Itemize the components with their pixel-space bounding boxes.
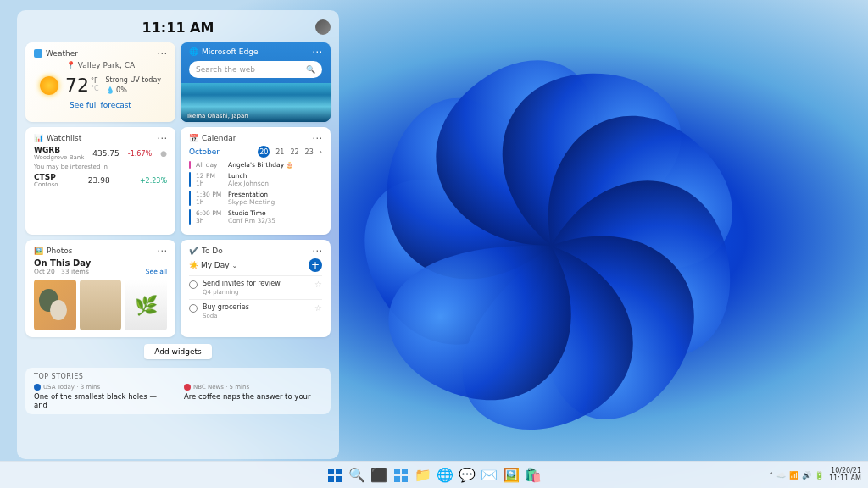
weather-widget[interactable]: Weather ⋯ 📍Valley Park, CA 72 °F°C Stron… [25,42,175,122]
photo-thumbnail[interactable] [80,280,122,330]
news-item[interactable]: NBC News · 5 mins Are coffee naps the an… [184,384,322,409]
weather-icon [34,49,42,58]
weather-location: 📍Valley Park, CA [34,61,167,69]
news-headline: Are coffee naps the answer to your [184,392,322,401]
info-icon[interactable]: ● [160,149,167,158]
top-stories-title: TOP STORIES [34,373,322,380]
edge-image-caption: Ikema Ohashi, Japan [187,113,248,119]
svg-rect-4 [336,476,342,482]
calendar-day[interactable]: 22 [290,148,298,156]
calendar-widget[interactable]: 📅Calendar ⋯ October 20 21 22 23 › All da… [181,127,331,235]
photos-more-button[interactable]: ⋯ [157,248,167,253]
location-pin-icon: 📍 [66,61,75,69]
photo-thumbnail[interactable] [34,280,76,330]
taskbar-clock[interactable]: 10/20/21 11:11 AM [829,468,861,483]
volume-icon[interactable]: 🔊 [802,471,811,480]
todo-item[interactable]: Buy groceriesSoda ☆ [189,299,322,323]
top-stories-section: TOP STORIES USA Today · 3 mins One of th… [25,368,331,414]
todo-checkbox[interactable] [189,304,198,313]
watchlist-row[interactable]: WGRBWoodgrove Bank 435.75 -1.67% ● [34,146,167,161]
photos-title: Photos [47,247,72,255]
weather-more-button[interactable]: ⋯ [157,51,167,56]
calendar-day-selected[interactable]: 20 [258,146,270,158]
teams-button[interactable]: 💬 [458,466,476,485]
wifi-icon[interactable]: 📶 [789,471,798,480]
svg-rect-5 [394,469,400,474]
calendar-event[interactable]: 1:30 PM1hPresentationSkype Meeting [189,191,322,206]
sun-icon [40,76,58,95]
svg-rect-8 [402,476,408,482]
widgets-clock: 11:11 AM [142,19,214,36]
chevron-right-icon[interactable]: › [320,148,322,156]
watchlist-row[interactable]: CTSPContoso 23.98 +2.23% [34,173,167,188]
todo-item[interactable]: Send invites for reviewQ4 planning ☆ [189,275,322,299]
calendar-day[interactable]: 23 [305,148,314,156]
todo-add-button[interactable]: + [309,258,322,272]
photo-thumbnail[interactable]: 🌿 [125,280,167,330]
task-view-button[interactable]: ⬛ [370,466,388,485]
svg-rect-7 [394,476,400,482]
calendar-day[interactable]: 21 [275,148,284,156]
edge-more-button[interactable]: ⋯ [312,49,322,54]
svg-rect-1 [328,469,334,474]
calendar-month[interactable]: October [189,147,220,156]
widgets-button[interactable] [392,466,410,485]
weather-temperature: 72 °F°C [65,75,99,96]
calendar-icon: 📅 [189,134,198,142]
watchlist-widget[interactable]: 📊Watchlist ⋯ WGRBWoodgrove Bank 435.75 -… [25,127,175,235]
photos-button[interactable]: 🖼️ [502,466,520,485]
svg-rect-6 [402,469,408,474]
todo-list-selector[interactable]: ☀️ My Day ⌄ [189,261,237,269]
calendar-more-button[interactable]: ⋯ [312,136,322,141]
photos-widget[interactable]: 🖼️Photos ⋯ On This Day Oct 20 · 33 items… [25,240,175,337]
stock-symbol: WGRB [34,146,84,154]
start-button[interactable] [326,466,344,485]
stock-delta: +2.23% [140,177,167,185]
calendar-event[interactable]: All dayAngela's Birthday 🎂 [189,161,322,169]
stock-price: 23.98 [88,176,110,185]
todo-checkbox[interactable] [189,280,198,289]
star-icon[interactable]: ☆ [314,303,322,313]
chevron-down-icon: ⌄ [231,262,237,269]
calendar-title: Calendar [202,134,236,142]
star-icon[interactable]: ☆ [314,280,322,289]
search-button[interactable]: 🔍 [348,466,366,485]
edge-icon: 🌐 [189,47,198,56]
tray-chevron-up-icon[interactable]: ˄ [770,471,774,480]
calendar-event[interactable]: 12 PM1hLunchAlex Johnson [189,172,322,187]
watchlist-more-button[interactable]: ⋯ [157,136,167,141]
stock-symbol: CTSP [34,173,58,181]
photos-heading: On This Day [34,258,167,268]
stock-name: Contoso [34,181,58,188]
edge-search-input[interactable]: Search the web 🔍 [189,61,322,78]
mail-button[interactable]: ✉️ [480,466,498,485]
watchlist-icon: 📊 [34,134,43,142]
todo-title: To Do [202,247,223,255]
photos-subtext: Oct 20 · 33 items [34,268,89,275]
store-button[interactable]: 🛍️ [524,466,542,485]
battery-icon[interactable]: 🔋 [815,471,824,480]
watchlist-title: Watchlist [47,134,81,142]
news-headline: One of the smallest black holes — and [34,392,172,409]
edge-search-placeholder: Search the web [196,65,255,74]
todo-widget[interactable]: ✔️To Do ⋯ ☀️ My Day ⌄ + Send invites for… [181,240,331,337]
add-widgets-button[interactable]: Add widgets [144,344,211,359]
weather-condition: Strong UV today [106,75,162,85]
onedrive-icon[interactable]: ☁️ [776,471,786,480]
calendar-event[interactable]: 6:00 PM3hStudio TimeConf Rm 32/35 [189,209,322,225]
watchlist-note: You may be interested in [34,164,167,170]
taskbar: 🔍 ⬛ 📁 🌐 💬 ✉️ 🖼️ 🛍️ ˄ ☁️ 📶 🔊 🔋 10/20/21 1… [0,461,868,488]
news-item[interactable]: USA Today · 3 mins One of the smallest b… [34,384,172,409]
stock-price: 435.75 [92,149,120,158]
photos-icon: 🖼️ [34,247,43,255]
file-explorer-button[interactable]: 📁 [414,466,432,485]
user-avatar[interactable] [315,19,331,35]
todo-more-button[interactable]: ⋯ [312,248,322,253]
news-source-icon [184,384,191,391]
plant-icon: 🌿 [135,295,158,316]
edge-browser-button[interactable]: 🌐 [436,466,454,485]
see-full-forecast-link[interactable]: See full forecast [34,101,167,109]
edge-widget[interactable]: 🌐 Microsoft Edge ⋯ Search the web 🔍 Ikem… [181,42,331,122]
photos-see-all-link[interactable]: See all [146,268,167,275]
edge-feature-image[interactable]: Ikema Ohashi, Japan [181,83,331,122]
